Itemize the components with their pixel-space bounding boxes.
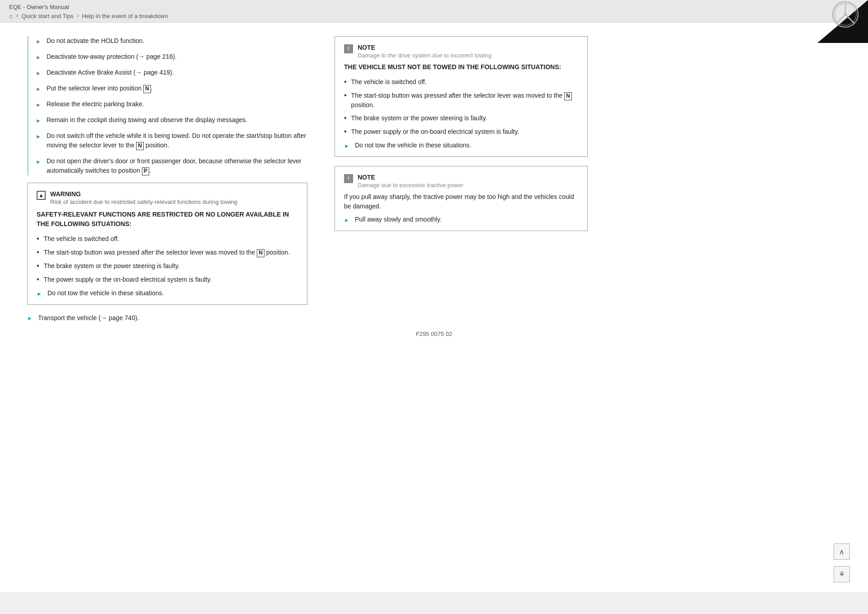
scroll-down-button[interactable]: ⚘ — [834, 566, 850, 582]
svg-point-5 — [844, 13, 847, 16]
footer-code: F295 0075 02 — [416, 331, 452, 337]
warning-arrow-item: ► Do not tow the vehicle in these situat… — [37, 289, 298, 297]
two-column-layout: ► Do not activate the HOLD function. ► D… — [27, 36, 841, 321]
dot-item-text: The vehicle is switched off. — [44, 234, 119, 244]
note-dot-item: • The start-stop button was pressed afte… — [344, 91, 578, 110]
list-item-text: Deactivate tow-away protection (→ page 2… — [47, 52, 177, 61]
list-item: ► Do not open the driver's door or front… — [36, 156, 307, 175]
dot-bullet-icon: • — [344, 76, 347, 87]
instruction-list: ► Do not activate the HOLD function. ► D… — [36, 36, 307, 175]
note-box-2: ! NOTE Damage due to excessive tractive … — [335, 166, 588, 231]
warning-dot-list: • The vehicle is switched off. • The sta… — [37, 234, 298, 285]
arrow-bullet-icon: ► — [344, 143, 349, 149]
main-content: ► Do not activate the HOLD function. ► D… — [0, 23, 868, 592]
dot-bullet-icon: • — [344, 113, 347, 123]
list-item: ► Put the selector lever into position N… — [36, 84, 307, 93]
warning-header: ▲ WARNING Risk of accident due to restri… — [37, 190, 298, 205]
key-n-2: N — [136, 142, 144, 150]
svg-line-4 — [836, 14, 845, 24]
warning-dot-item: • The brake system or the power steering… — [37, 261, 298, 271]
note-subtitle-2: Damage due to excessive tractive power — [358, 182, 463, 189]
warning-triangle-icon: ▲ — [37, 191, 46, 200]
logo-area — [796, 0, 868, 43]
warning-dot-item: • The vehicle is switched off. — [37, 234, 298, 244]
list-item-text: Do not activate the HOLD function. — [47, 36, 144, 46]
list-item: ► Do not activate the HOLD function. — [36, 36, 307, 46]
list-item-text: Release the electric parking brake. — [47, 99, 144, 109]
note-header-2: ! NOTE Damage due to excessive tractive … — [344, 174, 578, 189]
arrow-bullet-icon: ► — [36, 117, 41, 125]
mercedes-logo — [832, 1, 859, 33]
note-dot-item: • The power supply or the on-board elect… — [344, 127, 578, 137]
dot-item-text: The start-stop button was pressed after … — [44, 248, 290, 257]
breadcrumb-item-1[interactable]: Quick start and Tips — [21, 13, 73, 19]
arrow-bullet-icon: ► — [36, 158, 41, 166]
dot-item-text: The vehicle is switched off. — [351, 77, 427, 87]
breadcrumb-item-2[interactable]: Help in the event of a breakdown — [82, 13, 168, 19]
note-dot-item: • The vehicle is switched off. — [344, 77, 578, 87]
list-item-text: Do not switch off the vehicle while it i… — [47, 131, 307, 150]
dot-bullet-icon: • — [37, 247, 39, 258]
dot-item-text: The start-stop button was pressed after … — [351, 91, 578, 110]
bottom-bullet-text: Transport the vehicle (→ page 740). — [38, 314, 139, 321]
list-item: ► Do not switch off the vehicle while it… — [36, 131, 307, 150]
breadcrumb: ⌂ > Quick start and Tips > Help in the e… — [9, 12, 859, 19]
left-column: ► Do not activate the HOLD function. ► D… — [27, 36, 307, 321]
note-arrow-text-1: Do not tow the vehicle in these situatio… — [355, 142, 472, 149]
note-arrow-item-2: ► Pull away slowly and smoothly. — [344, 216, 578, 223]
left-accent-section: ► Do not activate the HOLD function. ► D… — [27, 36, 307, 175]
key-p: P — [142, 167, 149, 175]
note-arrow-item-1: ► Do not tow the vehicle in these situat… — [344, 142, 578, 149]
dot-bullet-icon: • — [344, 126, 347, 137]
warning-main-text: SAFETY-RELEVANT FUNCTIONS ARE RESTRICTED… — [37, 210, 298, 229]
arrow-bullet-icon: ► — [36, 85, 41, 93]
note-arrow-text-2: Pull away slowly and smoothly. — [355, 216, 442, 223]
list-item: ► Remain in the cockpit during towing an… — [36, 115, 307, 125]
list-item-text: Do not open the driver's door or front p… — [47, 156, 307, 175]
page-header: EQE - Owner's Manual ⌂ > Quick start and… — [0, 0, 868, 23]
warning-box: ▲ WARNING Risk of accident due to restri… — [27, 183, 307, 305]
breadcrumb-sep-2: > — [76, 13, 79, 19]
note-main-text-1: THE VEHICLE MUST NOT BE TOWED IN THE FOL… — [344, 62, 578, 72]
warning-arrow-text: Do not tow the vehicle in these situatio… — [47, 289, 164, 297]
note-header-content-2: NOTE Damage due to excessive tractive po… — [358, 174, 463, 189]
note-dot-list-1: • The vehicle is switched off. • The sta… — [344, 77, 578, 137]
note-icon-1: ! — [344, 44, 353, 53]
dot-bullet-icon: • — [37, 274, 39, 285]
page-title: EQE - Owner's Manual — [9, 4, 859, 10]
list-item: ► Deactivate Active Brake Assist (→ page… — [36, 68, 307, 77]
dot-bullet-icon: • — [344, 90, 347, 101]
warning-dot-item: • The start-stop button was pressed afte… — [37, 248, 298, 258]
right-column: ! NOTE Damage to the drive system due to… — [335, 36, 588, 240]
dot-item-text: The power supply or the on-board electri… — [351, 127, 519, 137]
list-item-text: Put the selector lever into position N. — [47, 84, 153, 93]
dot-bullet-icon: • — [37, 233, 39, 244]
key-n-4: N — [564, 92, 572, 100]
arrow-bullet-icon: ► — [36, 132, 41, 141]
breadcrumb-sep-1: > — [15, 13, 19, 19]
warning-header-content: WARNING Risk of accident due to restrict… — [50, 190, 237, 205]
note-box-1: ! NOTE Damage to the drive system due to… — [335, 36, 588, 157]
arrow-bullet-icon: ► — [36, 53, 41, 61]
note-dot-item: • The brake system or the power steering… — [344, 113, 578, 123]
scroll-up-button[interactable]: ∧ — [834, 543, 850, 560]
bottom-bullet-item: ► Transport the vehicle (→ page 740). — [27, 314, 307, 321]
warning-dot-item: • The power supply or the on-board elect… — [37, 275, 298, 285]
svg-line-3 — [845, 14, 854, 24]
note-icon-2: ! — [344, 174, 353, 183]
dot-item-text: The power supply or the on-board electri… — [44, 275, 212, 284]
note-subtitle-1: Damage to the drive system due to incorr… — [358, 52, 491, 59]
warning-label: WARNING — [50, 190, 237, 198]
note-header-content-1: NOTE Damage to the drive system due to i… — [358, 44, 491, 59]
list-item-text: Deactivate Active Brake Assist (→ page 4… — [47, 68, 174, 77]
list-item: ► Deactivate tow-away protection (→ page… — [36, 52, 307, 61]
list-item-text: Remain in the cockpit during towing and … — [47, 115, 247, 125]
list-item: ► Release the electric parking brake. — [36, 99, 307, 109]
home-icon[interactable]: ⌂ — [9, 12, 13, 19]
dot-item-text: The brake system or the power steering i… — [351, 113, 487, 123]
arrow-bullet-icon: ► — [27, 315, 33, 321]
arrow-bullet-icon: ► — [344, 217, 349, 223]
note-label-1: NOTE — [358, 44, 491, 51]
note-header-1: ! NOTE Damage to the drive system due to… — [344, 44, 578, 59]
note-body-2: If you pull away sharply, the tractive p… — [344, 192, 578, 211]
